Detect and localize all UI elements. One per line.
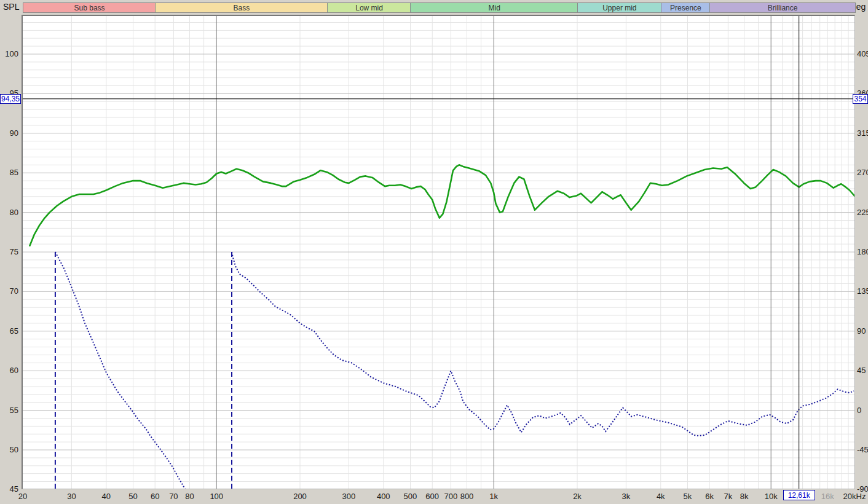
spl-tick-label-90: 90 xyxy=(0,128,18,138)
spl-tick-label-45: 45 xyxy=(0,484,18,494)
spl-tick-label-55: 55 xyxy=(0,406,18,415)
band-sub-bass: Sub bass xyxy=(23,2,156,13)
x-tick-label-70: 70 xyxy=(169,492,178,501)
x-tick-label-100: 100 xyxy=(210,492,223,501)
cursor-deg-readout: 354 xyxy=(853,94,868,104)
x-tick-label-800: 800 xyxy=(460,492,474,501)
x-tick-label-7k: 7k xyxy=(724,492,732,501)
band-brilliance: Brilliance xyxy=(709,2,856,13)
frequency-response-window: { "header": { "left_axis_label": "SPL", … xyxy=(0,0,868,504)
x-tick-label-400: 400 xyxy=(377,492,390,501)
band-low-mid: Low mid xyxy=(327,2,412,13)
x-tick-label-6k: 6k xyxy=(705,492,714,501)
spl-tick-label-80: 80 xyxy=(0,208,18,217)
deg-tick-label-270: 270 xyxy=(857,168,868,177)
deg-tick-label-45: 45 xyxy=(857,366,868,375)
spl-tick-label-70: 70 xyxy=(0,286,18,296)
x-tick-label-80: 80 xyxy=(185,492,194,501)
x-tick-label-300: 300 xyxy=(342,492,356,501)
x-tick-label-500: 500 xyxy=(404,492,417,501)
deg-tick-label--45: -45 xyxy=(857,445,868,454)
x-tick-label-3k: 3k xyxy=(622,492,631,501)
x-tick-label-5k: 5k xyxy=(684,492,692,501)
x-tick-label-700: 700 xyxy=(444,492,458,501)
deg-tick-label-315: 315 xyxy=(857,128,868,138)
deg-tick-label-405: 405 xyxy=(857,49,868,58)
x-tick-label-60: 60 xyxy=(151,492,159,501)
x-tick-label-20: 20 xyxy=(18,492,27,501)
x-tick-label-1k: 1k xyxy=(489,492,498,501)
chart-canvas xyxy=(23,16,854,489)
x-tick-label-50: 50 xyxy=(128,492,137,501)
band-upper-mid: Upper mid xyxy=(577,2,662,13)
x-tick-label-4k: 4k xyxy=(657,492,665,501)
spl-tick-label-100: 100 xyxy=(0,49,18,58)
spl-tick-label-75: 75 xyxy=(0,247,18,256)
x-tick-label-2k: 2k xyxy=(573,492,582,501)
x-tick-label-16k: 16k xyxy=(821,492,834,501)
spl-tick-label-85: 85 xyxy=(0,168,18,177)
spl-tick-label-65: 65 xyxy=(0,326,18,336)
x-tick-label-30: 30 xyxy=(67,492,76,501)
deg-tick-label-180: 180 xyxy=(857,247,868,256)
deg-tick-label-225: 225 xyxy=(857,208,868,217)
x-tick-label-40: 40 xyxy=(102,492,111,501)
x-tick-label-600: 600 xyxy=(425,492,439,501)
band-mid: Mid xyxy=(410,2,578,13)
spl-tick-label-60: 60 xyxy=(0,366,18,375)
band-bass: Bass xyxy=(155,2,328,13)
deg-tick-label--90: -90 xyxy=(857,484,868,494)
deg-tick-label-135: 135 xyxy=(857,286,868,296)
spl-tick-label-50: 50 xyxy=(0,445,18,454)
band-presence: Presence xyxy=(661,2,711,13)
x-tick-label-200: 200 xyxy=(293,492,307,501)
plot-area[interactable] xyxy=(22,15,855,489)
cursor-spl-readout: 94,35 xyxy=(0,94,21,104)
phase-curve xyxy=(55,252,854,489)
frequency-band-header-row: Sub bassBassLow midMidUpper midPresenceB… xyxy=(0,2,868,13)
deg-tick-label-90: 90 xyxy=(857,326,868,336)
x-tick-label-8k: 8k xyxy=(740,492,749,501)
deg-tick-label-0: 0 xyxy=(857,406,868,415)
magnitude-curve xyxy=(30,165,854,245)
x-tick-label-10k: 10k xyxy=(765,492,778,501)
cursor-frequency-readout: 12,61k xyxy=(783,490,815,500)
grid-major xyxy=(23,16,854,489)
